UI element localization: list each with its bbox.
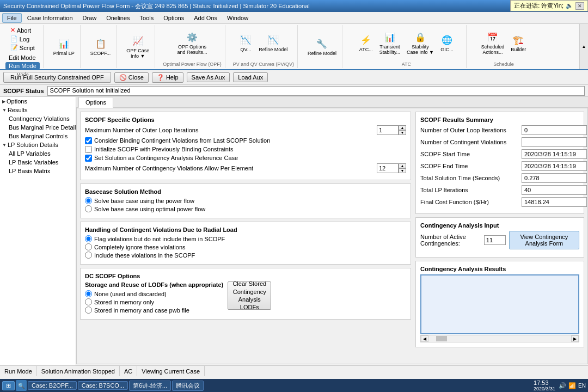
tab-options[interactable]: Options: [78, 97, 113, 108]
flag-violations-radio[interactable]: [85, 235, 92, 242]
menu-case-info[interactable]: Case Information: [23, 13, 77, 23]
tree-item-bus-marginal-controls[interactable]: Bus Marginal Controls: [0, 132, 76, 140]
contingency-input-title: Contingency Analysis Input: [420, 222, 579, 229]
storage-section: Storage and Reuse of LODFs (when appropr…: [85, 281, 223, 315]
tree-item-contingency-violations[interactable]: Contingency Violations: [0, 114, 76, 123]
stability-button[interactable]: 🔒 StabilityCase Info ▼: [405, 30, 436, 56]
qv-button[interactable]: 📉 Refine Model: [256, 33, 290, 53]
active-contingencies-input[interactable]: [484, 235, 506, 245]
menu-options[interactable]: Options: [159, 13, 188, 23]
initialize-scopf-checkbox[interactable]: [85, 146, 92, 153]
refine-icon: 🔧: [315, 38, 328, 51]
menu-window[interactable]: Window: [223, 13, 253, 23]
horizontal-scrollbar[interactable]: ◀ ▶: [420, 335, 579, 342]
tree-item-all-lp-vars[interactable]: All LP Variables: [0, 149, 76, 158]
gic-button[interactable]: 🌐 GIC...: [438, 33, 456, 53]
taskbar-item-1[interactable]: Case: B2OPF...: [28, 381, 77, 390]
basecase-power-flow-radio[interactable]: [85, 197, 92, 204]
status-viewing: Viewing Current Case: [137, 366, 205, 376]
scroll-left-button[interactable]: ◀: [421, 335, 428, 342]
outer-loop-input[interactable]: [377, 125, 399, 135]
log-icon: 📄: [10, 35, 18, 42]
include-violations-label: Include these violations in the SCOPF: [94, 252, 195, 259]
contingency-input[interactable]: [377, 163, 399, 173]
taskbar-item-4[interactable]: 腾讯会议: [172, 381, 204, 391]
notif-close-button[interactable]: ✕: [575, 2, 584, 10]
contingency-up-button[interactable]: ▲: [399, 163, 406, 168]
ribbon-refine: 🔧 Refine Model: [302, 25, 342, 68]
basecase-optimal-radio[interactable]: [85, 205, 92, 212]
mode-buttons: ✕ Abort 📄 Log 📝 Script: [8, 26, 37, 52]
menu-onelines[interactable]: Onelines: [102, 13, 134, 23]
none-discarded-radio[interactable]: [85, 290, 92, 297]
outer-loop-result-label: Number of Outer Loop Iterations: [420, 127, 518, 133]
ribbon-opf-options: ⚙️ OPF Optionsand Results... Optimal Pow…: [160, 25, 225, 68]
edit-mode-button[interactable]: Edit Mode: [5, 54, 40, 62]
transient-button[interactable]: 📊 TransientStability...: [377, 30, 402, 56]
title-bar: Security Constrained Optimal Power Flow …: [0, 0, 588, 12]
stored-memory-label: Stored in memory only: [94, 299, 154, 305]
clear-stored-button[interactable]: Clear Stored Contingency Analysis LODFs: [228, 281, 271, 310]
opf-options-button[interactable]: ⚙️ OPF Optionsand Results...: [175, 30, 210, 56]
scopf-button[interactable]: 📋 SCOPF...: [88, 36, 113, 57]
abort-button[interactable]: ✕ Abort: [8, 26, 37, 34]
ribbon-collapse-button[interactable]: ▲: [579, 24, 588, 69]
consider-binding-checkbox[interactable]: [85, 137, 92, 144]
scroll-right-button[interactable]: ▶: [571, 335, 579, 342]
stored-pwb-radio[interactable]: [85, 307, 92, 314]
results-summary-title: SCOPF Results Summary: [420, 117, 579, 123]
stability-icon: 🔒: [414, 31, 427, 44]
log-button[interactable]: 📄 Log: [8, 35, 37, 43]
taskbar-item-3[interactable]: 第6讲-经济...: [129, 381, 171, 391]
scheduled-button[interactable]: 📅 ScheduledActions...: [479, 30, 507, 56]
set-solution-checkbox[interactable]: [85, 155, 92, 162]
run-mode-button[interactable]: Run Mode: [5, 62, 40, 70]
builder-icon: 🏗️: [512, 34, 525, 47]
script-button[interactable]: 📝 Script: [8, 44, 37, 52]
tree-item-lp-basis-matrix[interactable]: LP Basis Matrix: [0, 167, 76, 175]
menu-tools[interactable]: Tools: [136, 13, 158, 23]
tree-item-lp-basic-vars[interactable]: LP Basic Variables: [0, 158, 76, 167]
menu-draw[interactable]: Draw: [78, 13, 101, 23]
view-contingency-button[interactable]: View Contingency Analysis Form: [509, 231, 579, 249]
start-button[interactable]: ⊞: [2, 381, 15, 390]
load-aux-button[interactable]: Load Aux: [233, 72, 268, 82]
contingency-results-title: Contingency Analysis Results: [420, 266, 579, 272]
tree-item-options[interactable]: ▶ Options: [0, 97, 76, 106]
ignore-violations-radio[interactable]: [85, 243, 92, 250]
status-ac: AC: [120, 366, 137, 376]
main-content: ▶ Options ▼ Results Contingency Violatio…: [0, 97, 588, 365]
pv-button[interactable]: 📉 QV...: [237, 33, 254, 53]
save-as-aux-button[interactable]: Save As Aux: [187, 72, 230, 82]
dc-scopf-title: DC SCOPF Options: [85, 273, 406, 279]
flag-violations-row: Flag violations but do not include them …: [85, 235, 406, 242]
outer-loop-down-button[interactable]: ▼: [399, 130, 406, 135]
cost-function-value: [522, 197, 587, 207]
abort-icon: ✕: [10, 27, 15, 34]
outer-loop-up-button[interactable]: ▲: [399, 125, 406, 130]
gic-icon: 🌐: [440, 34, 454, 47]
atc-button[interactable]: ⚡ ATC...: [357, 33, 375, 53]
taskbar-item-2[interactable]: Case: B7SCO...: [78, 381, 128, 390]
contingency-down-button[interactable]: ▼: [399, 168, 406, 173]
tree-item-lp-solution[interactable]: ▼ LP Solution Details: [0, 140, 76, 149]
close-button[interactable]: 🚫 Close: [114, 72, 149, 83]
builder-button[interactable]: 🏗️ Builder: [509, 33, 528, 53]
help-icon: ❓: [157, 74, 164, 81]
stored-memory-radio[interactable]: [85, 298, 92, 305]
primal-lp-button[interactable]: 📊 Primal LP: [51, 36, 77, 57]
flag-violations-label: Flag violations but do not include them …: [94, 236, 225, 242]
opf-case-info-button[interactable]: 📈 OPF CaseInfo ▼: [124, 34, 151, 60]
tree-item-bus-marginal-price[interactable]: Bus Marginal Price Details: [0, 123, 76, 132]
help-button[interactable]: ❓ Help: [152, 72, 183, 83]
refine-model-button[interactable]: 🔧 Refine Model: [305, 36, 339, 57]
scroll-thumb[interactable]: [436, 336, 447, 341]
lp-iterations-row: Total LP Iterations: [420, 185, 579, 195]
left-panel: ▶ Options ▼ Results Contingency Violatio…: [0, 97, 76, 365]
search-button[interactable]: 🔍: [16, 380, 27, 391]
menu-file[interactable]: File: [2, 13, 22, 23]
tree-item-results[interactable]: ▼ Results: [0, 106, 76, 114]
collapse-icon: ▲: [582, 44, 586, 49]
menu-addons[interactable]: Add Ons: [189, 13, 222, 23]
include-violations-radio[interactable]: [85, 252, 92, 259]
